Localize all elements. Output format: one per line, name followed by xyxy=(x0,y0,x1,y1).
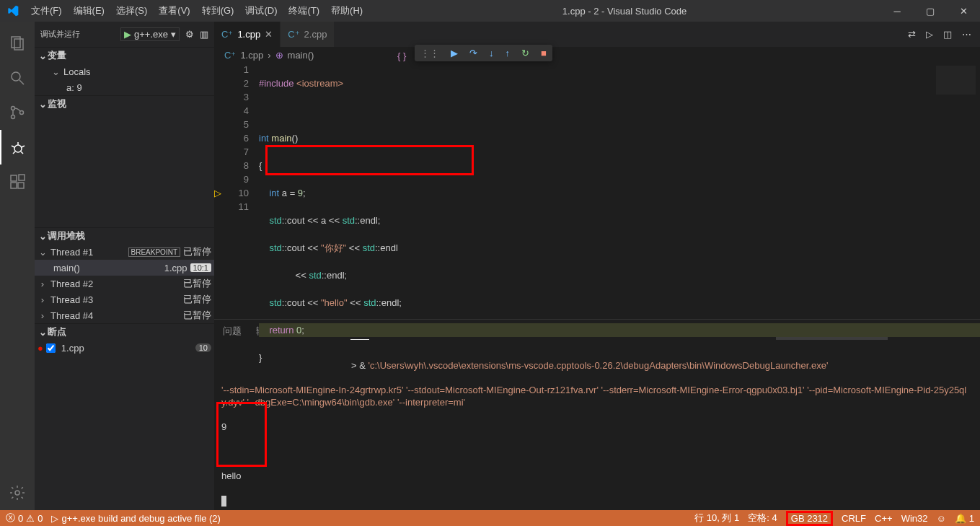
debug-config-label: g++.exe xyxy=(134,29,168,40)
svg-line-3 xyxy=(19,80,24,84)
terminal-cursor xyxy=(221,496,226,507)
explorer-icon[interactable] xyxy=(0,26,35,61)
debug-config-dropdown[interactable]: ▶ g++.exe ▾ xyxy=(120,27,180,41)
sidebar: 调试并运行 ▶ g++.exe ▾ ⚙ ▥ ⌄变量 ⌄Locals a: 9 ⌄… xyxy=(35,22,214,510)
menu-view[interactable]: 查看(V) xyxy=(153,4,195,17)
code-lines[interactable]: #include <iostream> int main() { int a =… xyxy=(259,63,980,319)
minimize-button[interactable]: ─ xyxy=(880,0,914,22)
cpp-file-icon: C⁺ xyxy=(224,50,236,61)
terminal-body[interactable]: > & 'c:\Users\wyh\.vscode\extensions\ms-… xyxy=(214,343,980,510)
debug-toolbar[interactable]: ⋮⋮ ▶ ↷ ↓ ↑ ↻ ■ xyxy=(415,45,552,61)
svg-rect-16 xyxy=(19,175,25,180)
status-notifications[interactable]: 🔔1 xyxy=(955,513,974,524)
status-language[interactable]: C++ xyxy=(875,513,893,524)
play-icon: ▷ xyxy=(51,513,58,524)
close-tab-icon[interactable]: ✕ xyxy=(265,29,273,40)
status-errors[interactable]: ⓧ0⚠0 xyxy=(6,512,43,525)
code-editor[interactable]: ▷ 1234567891011 #include <iostream> int … xyxy=(214,63,980,319)
step-out-icon[interactable]: ↑ xyxy=(506,48,511,58)
variables-section[interactable]: ⌄变量 xyxy=(35,48,214,63)
step-over-icon[interactable]: ↷ xyxy=(469,48,477,58)
glyph-margin: ▷ xyxy=(214,63,224,319)
menu-go[interactable]: 转到(G) xyxy=(196,4,240,17)
locals-group[interactable]: ⌄Locals xyxy=(48,63,214,79)
status-eol[interactable]: CRLF xyxy=(842,513,866,524)
breakpoint-checkbox[interactable] xyxy=(46,343,56,353)
menu-edit[interactable]: 编辑(E) xyxy=(68,4,110,17)
title-bar: 文件(F) 编辑(E) 选择(S) 查看(V) 转到(G) 调试(D) 终端(T… xyxy=(0,0,980,22)
status-bar: ⓧ0⚠0 ▷g++.exe build and debug active fil… xyxy=(0,510,980,526)
editor-tabs: C⁺1.cpp✕ C⁺2.cpp ⇄ ▷ ◫ ⋯ xyxy=(214,22,980,47)
breakpoint-row[interactable]: ● 1.cpp 10 xyxy=(35,340,214,356)
editor-area: C⁺1.cpp✕ C⁺2.cpp ⇄ ▷ ◫ ⋯ C⁺1.cpp› ⊕main(… xyxy=(214,22,980,510)
cpp-file-icon: C⁺ xyxy=(288,29,299,40)
extensions-icon[interactable] xyxy=(0,165,35,199)
watch-body[interactable] xyxy=(35,112,214,227)
stop-icon[interactable]: ■ xyxy=(541,48,547,58)
svg-point-4 xyxy=(12,107,15,110)
status-feedback-icon[interactable]: ☺ xyxy=(936,513,945,524)
panel: 问题 输出 调试控制台 终端 2: cppdbg: 1.exe ＋ ◫ 🗑 ˄ … xyxy=(214,319,980,510)
variable-a[interactable]: a: 9 xyxy=(48,79,214,95)
callstack-section[interactable]: ⌄调用堆栈 xyxy=(35,228,214,244)
minimap[interactable] xyxy=(936,66,976,95)
menu-terminal[interactable]: 终端(T) xyxy=(283,4,325,17)
svg-point-6 xyxy=(20,111,24,115)
breakpoints-section[interactable]: ⌄断点 xyxy=(35,324,214,340)
status-cursor-pos[interactable]: 行 10, 列 1 xyxy=(694,512,739,525)
svg-line-12 xyxy=(21,152,23,154)
scm-icon[interactable] xyxy=(0,95,35,130)
svg-point-7 xyxy=(14,145,22,152)
svg-rect-15 xyxy=(18,183,24,188)
svg-point-2 xyxy=(12,72,20,81)
maximize-button[interactable]: ▢ xyxy=(914,0,947,22)
watch-section[interactable]: ⌄监视 xyxy=(35,96,214,112)
breadcrumb[interactable]: C⁺1.cpp› ⊕main() xyxy=(214,47,980,63)
drag-handle-icon[interactable]: ⋮⋮ xyxy=(420,48,439,58)
tab-problems[interactable]: 问题 xyxy=(223,325,242,338)
svg-line-9 xyxy=(12,146,14,147)
debug-icon[interactable] xyxy=(0,130,35,165)
search-icon[interactable] xyxy=(0,61,35,95)
restart-icon[interactable]: ↻ xyxy=(521,48,529,58)
breakpoint-dot-icon: ● xyxy=(37,343,43,354)
status-task[interactable]: ▷g++.exe build and debug active file (2) xyxy=(51,513,220,524)
continue-icon[interactable]: ▶ xyxy=(451,48,458,58)
status-spaces[interactable]: 空格: 4 xyxy=(748,512,777,525)
close-button[interactable]: ✕ xyxy=(947,0,980,22)
step-into-icon[interactable]: ↓ xyxy=(489,48,494,58)
thread-3[interactable]: ›Thread #3已暂停 xyxy=(35,292,214,307)
window-title: 1.cpp - 2 - Visual Studio Code xyxy=(368,6,880,17)
thread-4[interactable]: ›Thread #4已暂停 xyxy=(35,307,214,323)
debug-console-icon[interactable]: ▥ xyxy=(200,29,208,40)
svg-point-5 xyxy=(12,115,15,119)
settings-gear-icon[interactable] xyxy=(0,475,35,510)
compare-icon[interactable]: ⇄ xyxy=(908,29,916,40)
gear-icon[interactable]: ⚙ xyxy=(185,29,194,40)
execution-pointer-icon: ▷ xyxy=(214,186,224,200)
status-encoding[interactable]: GB 2312 xyxy=(786,511,833,526)
menu-selection[interactable]: 选择(S) xyxy=(110,4,153,17)
tab-1cpp[interactable]: C⁺1.cpp✕ xyxy=(214,22,281,47)
tab-2cpp[interactable]: C⁺2.cpp xyxy=(281,22,335,47)
thread-1[interactable]: ⌄Thread #1BREAKPOINT已暂停 xyxy=(35,244,214,260)
menu-file[interactable]: 文件(F) xyxy=(25,4,68,17)
thread-2[interactable]: ›Thread #2已暂停 xyxy=(35,276,214,292)
sidebar-header: 调试并运行 ▶ g++.exe ▾ ⚙ ▥ xyxy=(35,22,214,47)
svg-point-17 xyxy=(15,491,19,495)
annotation-box xyxy=(216,402,267,467)
stack-frame-main[interactable]: main()1.cpp10:1 xyxy=(35,260,214,276)
vscode-logo-icon xyxy=(0,5,25,17)
play-icon[interactable]: ▶ xyxy=(124,29,131,40)
menu-help[interactable]: 帮助(H) xyxy=(325,4,368,17)
run-icon[interactable]: ▷ xyxy=(926,29,933,40)
line-numbers: 1234567891011 xyxy=(224,63,259,319)
svg-rect-13 xyxy=(11,175,17,181)
braces-icon[interactable]: { } xyxy=(397,51,406,61)
error-icon: ⓧ xyxy=(6,512,15,525)
menu-debug[interactable]: 调试(D) xyxy=(239,4,283,17)
svg-rect-14 xyxy=(11,183,17,188)
split-editor-icon[interactable]: ◫ xyxy=(943,29,952,40)
status-platform[interactable]: Win32 xyxy=(901,513,928,524)
more-icon[interactable]: ⋯ xyxy=(962,29,971,40)
